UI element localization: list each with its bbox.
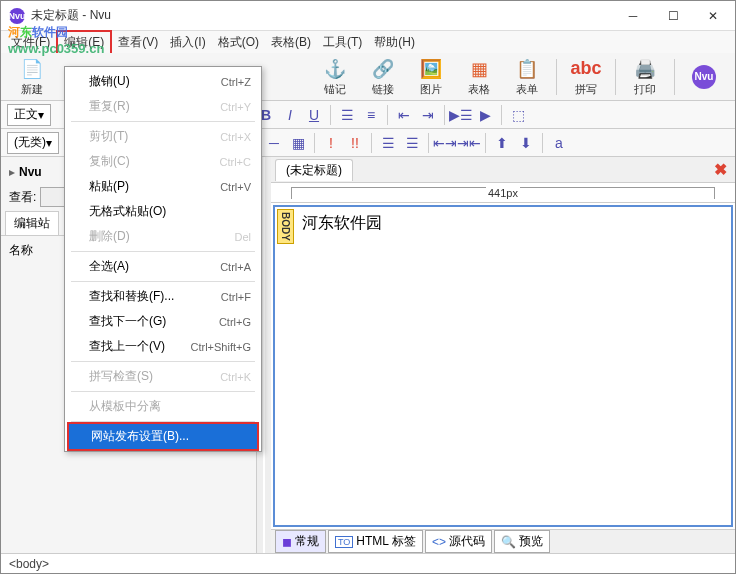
editor-pane[interactable]: BODY 河东软件园 [273, 205, 733, 527]
paragraph-format-dropdown[interactable]: 正文 ▾ [7, 104, 51, 126]
copy-shortcut: Ctrl+C [220, 156, 251, 168]
menu-file[interactable]: 文件(F) [5, 32, 56, 53]
document-tab[interactable]: (未定标题) [275, 159, 353, 181]
class-dropdown[interactable]: (无类) ▾ [7, 132, 59, 154]
close-button[interactable]: ✕ [699, 6, 727, 26]
element-path: <body> [9, 557, 49, 571]
italic-button[interactable]: I [279, 104, 301, 126]
image-label: 图片 [420, 82, 442, 97]
new-button[interactable]: 📄 新建 [9, 55, 55, 99]
preview-label: 预览 [519, 533, 543, 550]
find-replace-shortcut: Ctrl+F [221, 291, 251, 303]
source-label: 源代码 [449, 533, 485, 550]
layer-button[interactable]: ⬚ [507, 104, 529, 126]
menu-find-next[interactable]: 查找下一个(G)Ctrl+G [67, 309, 259, 334]
direction-ltr-button[interactable]: ⇤⇥ [434, 132, 456, 154]
table-button[interactable]: ▦ 表格 [456, 55, 502, 99]
form-icon: 📋 [515, 57, 539, 81]
definition-button[interactable]: ▶☰ [450, 104, 472, 126]
minimize-button[interactable]: ─ [619, 6, 647, 26]
menu-insert[interactable]: 插入(I) [164, 32, 211, 53]
preview-view-tab[interactable]: 🔍预览 [494, 530, 550, 553]
menu-publish-settings[interactable]: 网站发布设置(B)... [69, 424, 257, 449]
hr-button[interactable]: ─ [263, 132, 285, 154]
ruler: 441px [271, 183, 735, 203]
spell-check-label: 拼写检查(S) [89, 368, 220, 385]
cut-shortcut: Ctrl+X [220, 131, 251, 143]
menu-view[interactable]: 查看(V) [112, 32, 164, 53]
strong-red-button[interactable]: !! [344, 132, 366, 154]
underline-button[interactable]: U [303, 104, 325, 126]
nvu-button[interactable]: Nvu [681, 55, 727, 99]
menu-separator [71, 391, 255, 392]
body-tag-marker: BODY [277, 209, 294, 244]
send-back-button[interactable]: ⬇ [515, 132, 537, 154]
format-separator [314, 133, 315, 153]
menu-table[interactable]: 表格(B) [265, 32, 317, 53]
menu-paste-plain[interactable]: 无格式粘贴(O) [67, 199, 259, 224]
image-button[interactable]: 🖼️ 图片 [408, 55, 454, 99]
menu-delete: 删除(D)Del [67, 224, 259, 249]
form-button[interactable]: 📋 表单 [504, 55, 550, 99]
align-center-button[interactable]: ☰ [401, 132, 423, 154]
redo-shortcut: Ctrl+Y [220, 101, 251, 113]
direction-rtl-button[interactable]: ⇥⇤ [458, 132, 480, 154]
close-tab-button[interactable]: ✖ [714, 160, 727, 179]
table-label: 表格 [468, 82, 490, 97]
find-prev-label: 查找上一个(V) [89, 338, 190, 355]
table-icon: ▦ [467, 57, 491, 81]
highlight-frame: 网站发布设置(B)... [67, 422, 259, 451]
spell-check-shortcut: Ctrl+K [220, 371, 251, 383]
table-insert-button[interactable]: ▦ [287, 132, 309, 154]
format-separator [330, 105, 331, 125]
window-title: 未定标题 - Nvu [31, 7, 619, 24]
app-icon: Nvu [9, 8, 25, 24]
spell-button[interactable]: abc 拼写 [563, 55, 609, 99]
anchor-button[interactable]: ⚓ 锚记 [312, 55, 358, 99]
menu-undo[interactable]: 撤销(U)Ctrl+Z [67, 69, 259, 94]
statusbar: <body> [1, 553, 735, 573]
format-separator [501, 105, 502, 125]
source-view-tab[interactable]: <>源代码 [425, 530, 492, 553]
ul-button[interactable]: ☰ [336, 104, 358, 126]
link-label: 链接 [372, 82, 394, 97]
toolbar-separator [556, 59, 557, 95]
menu-find-replace[interactable]: 查找和替换(F)...Ctrl+F [67, 284, 259, 309]
html-tags-view-tab[interactable]: TOHTML 标签 [328, 530, 423, 553]
link-button[interactable]: 🔗 链接 [360, 55, 406, 99]
smaller-button[interactable]: a [548, 132, 570, 154]
menu-spell-check: 拼写检查(S)Ctrl+K [67, 364, 259, 389]
menubar: 文件(F) 编辑(E) 查看(V) 插入(I) 格式(O) 表格(B) 工具(T… [1, 31, 735, 53]
paste-shortcut: Ctrl+V [220, 181, 251, 193]
print-label: 打印 [634, 82, 656, 97]
format-separator [444, 105, 445, 125]
format-separator [428, 133, 429, 153]
menu-paste[interactable]: 粘贴(P)Ctrl+V [67, 174, 259, 199]
menu-edit[interactable]: 编辑(E) [56, 30, 112, 55]
link-icon: 🔗 [371, 57, 395, 81]
edit-site-tab[interactable]: 编辑站 [5, 211, 59, 235]
emphasis-red-button[interactable]: ! [320, 132, 342, 154]
menu-select-all[interactable]: 全选(A)Ctrl+A [67, 254, 259, 279]
menu-find-prev[interactable]: 查找上一个(V)Ctrl+Shift+G [67, 334, 259, 359]
menu-format[interactable]: 格式(O) [212, 32, 265, 53]
maximize-button[interactable]: ☐ [659, 6, 687, 26]
view-mode-tabs: ◼常规 TOHTML 标签 <>源代码 🔍预览 [271, 529, 735, 553]
bring-front-button[interactable]: ⬆ [491, 132, 513, 154]
indent-button[interactable]: ⇥ [417, 104, 439, 126]
nvu-icon: Nvu [692, 65, 716, 89]
ol-button[interactable]: ≡ [360, 104, 382, 126]
spell-icon: abc [574, 57, 598, 81]
paragraph-format-label: 正文 [14, 106, 38, 123]
normal-view-label: 常规 [295, 533, 319, 550]
class-label: (无类) [14, 134, 46, 151]
emphasis-button[interactable]: ▶ [474, 104, 496, 126]
format-separator [387, 105, 388, 125]
outdent-button[interactable]: ⇤ [393, 104, 415, 126]
menu-tools[interactable]: 工具(T) [317, 32, 368, 53]
menu-help[interactable]: 帮助(H) [368, 32, 421, 53]
align-left-button[interactable]: ☰ [377, 132, 399, 154]
editor-content[interactable]: 河东软件园 [296, 207, 731, 525]
print-button[interactable]: 🖨️ 打印 [622, 55, 668, 99]
normal-view-tab[interactable]: ◼常规 [275, 530, 326, 553]
